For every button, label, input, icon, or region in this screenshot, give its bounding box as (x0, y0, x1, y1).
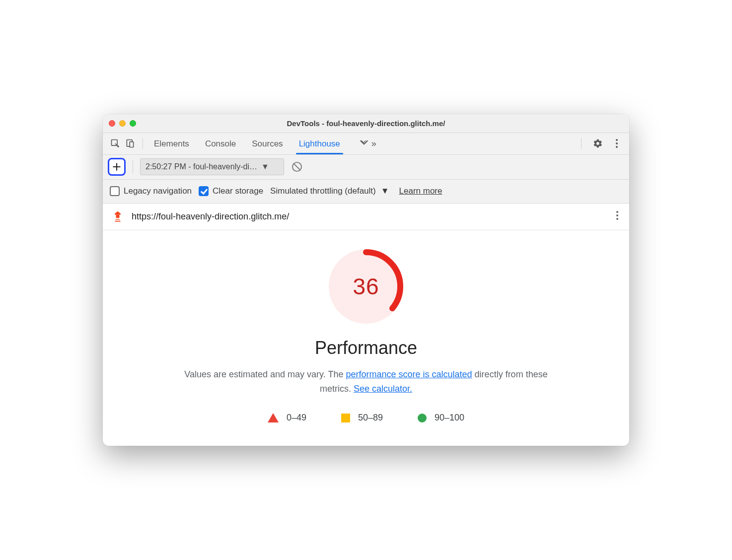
lighthouse-options: Legacy navigation Clear storage Simulate… (103, 180, 629, 204)
triangle-icon (268, 413, 279, 422)
circle-icon (418, 414, 427, 422)
kebab-menu-icon[interactable] (609, 136, 624, 151)
report-selector[interactable]: 2:50:27 PM - foul-heavenly-di… ▼ (140, 158, 284, 175)
close-window-button[interactable] (109, 120, 115, 127)
device-toggle-icon[interactable] (123, 136, 138, 151)
tab-sources[interactable]: Sources (251, 134, 284, 153)
settings-icon[interactable] (590, 136, 605, 151)
devtools-window: DevTools - foul-heavenly-direction.glitc… (103, 114, 629, 446)
metric-desc-text: Values are estimated and may vary. The (184, 369, 346, 379)
minimize-window-button[interactable] (119, 120, 126, 127)
panel-tabs: Elements Console Sources Lighthouse » (153, 134, 572, 153)
legend-poor: 0–49 (268, 413, 306, 423)
score-legend: 0–49 50–89 90–100 (268, 413, 464, 423)
lighthouse-logo-icon (111, 210, 125, 223)
more-tabs-icon[interactable]: » (355, 139, 380, 149)
maximize-window-button[interactable] (130, 120, 136, 127)
legend-mid-label: 50–89 (358, 413, 383, 423)
metric-title: Performance (315, 338, 417, 358)
inspect-element-icon[interactable] (108, 136, 123, 151)
svg-point-10 (616, 211, 618, 213)
report-menu-icon[interactable] (613, 210, 621, 223)
svg-point-3 (616, 139, 618, 141)
svg-rect-7 (116, 215, 120, 218)
svg-point-13 (332, 252, 400, 321)
clear-storage-checkbox[interactable] (199, 186, 209, 196)
legend-mid: 50–89 (341, 413, 383, 423)
tab-bar-right (576, 136, 624, 151)
clear-reports-icon[interactable] (291, 161, 303, 173)
learn-more-link[interactable]: Learn more (399, 186, 442, 196)
performance-gauge: 36 (329, 249, 403, 324)
svg-rect-2 (130, 142, 134, 147)
throttling-label: Simulated throttling (default) (270, 186, 376, 196)
tab-elements[interactable]: Elements (153, 134, 190, 153)
chevron-down-icon: ▼ (261, 162, 269, 171)
svg-point-11 (616, 214, 618, 216)
lighthouse-toolbar: 2:50:27 PM - foul-heavenly-di… ▼ (103, 155, 629, 180)
svg-point-5 (616, 146, 618, 148)
gauge-arc (329, 249, 403, 324)
svg-point-12 (616, 218, 618, 220)
divider (581, 138, 582, 149)
report-selector-label: 2:50:27 PM - foul-heavenly-di… (146, 162, 257, 171)
score-calc-link[interactable]: performance score is calculated (346, 369, 472, 379)
calculator-link[interactable]: See calculator. (354, 384, 412, 394)
throttling-selector[interactable]: Simulated throttling (default) ▼ (270, 186, 389, 196)
svg-rect-8 (115, 218, 121, 219)
legend-poor-label: 0–49 (287, 413, 306, 423)
window-title: DevTools - foul-heavenly-direction.glitc… (103, 119, 629, 128)
chevron-down-icon: ▼ (381, 186, 389, 196)
clear-storage-option[interactable]: Clear storage (199, 186, 263, 196)
report-url: https://foul-heavenly-direction.glitch.m… (132, 211, 606, 222)
titlebar: DevTools - foul-heavenly-direction.glitc… (103, 114, 629, 133)
square-icon (341, 414, 350, 422)
lighthouse-report: 36 Performance Values are estimated and … (103, 230, 629, 446)
tab-console[interactable]: Console (204, 134, 237, 153)
tab-bar: Elements Console Sources Lighthouse » (103, 133, 629, 155)
divider (143, 138, 143, 149)
divider (133, 160, 133, 173)
legend-good: 90–100 (418, 413, 464, 423)
svg-point-4 (616, 142, 618, 144)
legend-good-label: 90–100 (435, 413, 464, 423)
legacy-navigation-label: Legacy navigation (124, 186, 192, 196)
metric-description: Values are estimated and may vary. The p… (177, 367, 555, 396)
report-url-row: https://foul-heavenly-direction.glitch.m… (103, 204, 629, 230)
legacy-navigation-option[interactable]: Legacy navigation (110, 186, 192, 196)
traffic-lights (109, 120, 136, 127)
clear-storage-label: Clear storage (213, 186, 263, 196)
new-report-button[interactable] (108, 158, 126, 176)
legacy-navigation-checkbox[interactable] (110, 186, 120, 196)
svg-rect-9 (115, 220, 120, 221)
tab-lighthouse[interactable]: Lighthouse (298, 134, 341, 153)
